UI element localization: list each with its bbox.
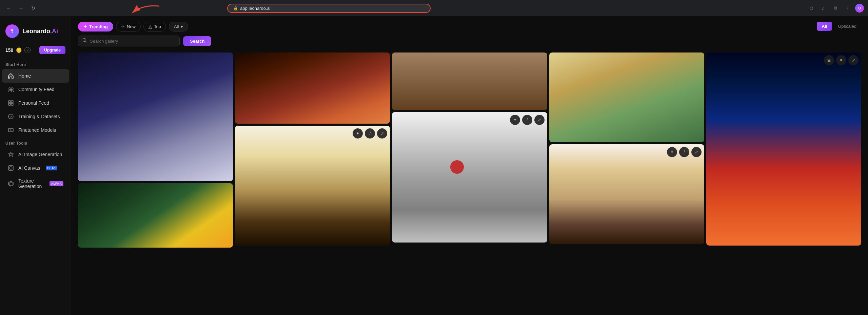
training-label: Training & Datasets <box>18 114 60 119</box>
personal-icon <box>7 100 14 106</box>
reload-button[interactable]: ↻ <box>28 3 38 13</box>
search-row: Search <box>78 36 861 46</box>
svg-point-12 <box>9 167 12 169</box>
trending-button[interactable]: ✦ Trending <box>78 22 113 31</box>
all-filter[interactable]: All ▾ <box>169 22 188 31</box>
svg-point-4 <box>11 88 13 90</box>
gallery-action-slash-3[interactable]: / <box>679 147 689 157</box>
gallery-action-slash[interactable]: / <box>365 128 375 139</box>
new-button[interactable]: ✧ New <box>116 22 141 31</box>
sidebar-item-home[interactable]: Home <box>2 69 69 83</box>
sidebar-item-finetuned[interactable]: Finetuned Models <box>2 123 69 137</box>
gallery-action-grid[interactable]: ⊞ <box>824 55 834 65</box>
gallery-item-6[interactable]: ✦ / ⤢ <box>392 112 547 243</box>
search-input[interactable] <box>90 39 175 44</box>
alpha-badge: ALPHA <box>50 181 63 186</box>
trending-icon: ✦ <box>83 24 87 29</box>
topbar-right: All Upscaled <box>817 22 861 31</box>
forward-button[interactable]: → <box>16 3 26 13</box>
search-button[interactable]: Search <box>183 36 211 46</box>
gallery-container: ✦ / ⤢ ✦ / <box>71 50 868 254</box>
sidebar-item-personal-feed[interactable]: Personal Feed <box>2 96 69 110</box>
sidebar-item-training[interactable]: Training & Datasets <box>2 110 69 123</box>
finetuned-label: Finetuned Models <box>18 127 56 133</box>
gallery-item-3[interactable] <box>235 52 390 124</box>
gallery-action-wand[interactable]: ✦ <box>353 128 363 139</box>
extensions-button[interactable]: ⧉ <box>831 3 840 13</box>
svg-rect-5 <box>8 101 11 103</box>
svg-rect-11 <box>8 166 13 170</box>
filter-row: ✦ Trending ✧ New △ Top All ▾ All Upsc <box>78 22 861 31</box>
sidebar: Leonardo.Ai 150 🪙 ? Upgrade Start Here H… <box>0 16 71 315</box>
gallery-action-wand-2[interactable]: ✦ <box>510 115 520 125</box>
svg-rect-8 <box>11 103 13 105</box>
gallery-action-slash-2[interactable]: / <box>522 115 532 125</box>
gallery-column-4: ⊞ ≡ ⤢ <box>706 52 861 248</box>
gallery-item-7[interactable] <box>549 52 704 142</box>
main-content: ✦ Trending ✧ New △ Top All ▾ All Upsc <box>71 16 868 315</box>
top-bar: ✦ Trending ✧ New △ Top All ▾ All Upsc <box>71 16 868 50</box>
ai-image-label: AI Image Generation <box>18 152 62 157</box>
logo-dot: .Ai <box>50 28 58 35</box>
upscaled-button[interactable]: Upscaled <box>833 22 861 31</box>
arrow-annotation <box>129 3 163 21</box>
gallery-action-wand-3[interactable]: ✦ <box>667 147 677 157</box>
sidebar-item-ai-canvas[interactable]: AI Canvas BETA <box>2 161 69 175</box>
gallery-item-8[interactable]: ✦ / ⤢ <box>549 144 704 244</box>
gallery-item-1[interactable] <box>78 52 233 181</box>
section-start-here: Start Here <box>0 58 71 69</box>
help-icon[interactable]: ? <box>24 47 31 53</box>
bookmark-button[interactable]: ☆ <box>818 3 828 13</box>
gallery-action-expand-2[interactable]: ⤢ <box>534 115 545 125</box>
new-icon: ✧ <box>121 24 125 29</box>
sidebar-item-texture[interactable]: Texture Generation ALPHA <box>2 175 69 192</box>
finetuned-icon <box>7 127 14 133</box>
gallery-item-4[interactable]: ✦ / ⤢ <box>235 126 390 246</box>
training-icon <box>7 113 14 120</box>
home-icon <box>7 72 14 79</box>
svg-point-3 <box>9 88 11 90</box>
sidebar-logo: Leonardo.Ai <box>0 22 71 43</box>
svg-point-2 <box>12 32 13 33</box>
gallery-action-fullscreen[interactable]: ⤢ <box>848 55 859 65</box>
svg-rect-6 <box>11 101 13 103</box>
all-active-button[interactable]: All <box>817 22 832 31</box>
gallery-action-lines[interactable]: ≡ <box>836 55 846 65</box>
top-icon: △ <box>149 24 152 29</box>
sidebar-item-community-feed[interactable]: Community Feed <box>2 83 69 96</box>
logo-avatar <box>5 24 19 38</box>
beta-badge: BETA <box>46 166 57 170</box>
search-input-wrapper[interactable] <box>78 36 180 46</box>
gallery-item-9[interactable]: ⊞ ≡ ⤢ <box>706 52 861 246</box>
gallery-item-5[interactable] <box>392 52 547 110</box>
address-bar[interactable]: 🔒 app.leonardo.ai <box>227 4 431 13</box>
token-count: 150 <box>5 47 13 53</box>
gallery-column-3: ✦ / ⤢ <box>549 52 704 248</box>
texture-label: Texture Generation <box>18 178 44 189</box>
menu-button[interactable]: ⋮ <box>843 3 852 13</box>
token-icon: 🪙 <box>16 47 22 53</box>
ai-canvas-label: AI Canvas <box>18 165 40 171</box>
back-button[interactable]: ← <box>4 3 14 13</box>
gallery-action-expand-3[interactable]: ⤢ <box>691 147 702 157</box>
home-label: Home <box>18 73 31 79</box>
logo-text: Leonardo.Ai <box>22 28 58 35</box>
svg-rect-7 <box>8 103 11 105</box>
app-container: Leonardo.Ai 150 🪙 ? Upgrade Start Here H… <box>0 16 868 315</box>
community-feed-label: Community Feed <box>18 87 55 92</box>
browser-actions: ⬡ ☆ ⧉ ⋮ U <box>806 3 864 13</box>
gallery-action-expand[interactable]: ⤢ <box>377 128 387 139</box>
top-button[interactable]: △ Top <box>143 22 166 31</box>
texture-icon <box>7 180 14 187</box>
gallery-item-2[interactable] <box>78 183 233 248</box>
chevron-down-icon: ▾ <box>181 24 183 29</box>
profile-avatar[interactable]: U <box>855 4 864 13</box>
sidebar-item-ai-image[interactable]: AI Image Generation <box>2 148 69 161</box>
svg-marker-14 <box>9 182 12 186</box>
ai-image-icon <box>7 151 14 158</box>
tokens-row: 150 🪙 ? Upgrade <box>0 43 71 58</box>
upgrade-button[interactable]: Upgrade <box>39 46 65 54</box>
cast-button[interactable]: ⬡ <box>806 3 816 13</box>
gallery-column-2: ✦ / ⤢ <box>392 52 547 248</box>
personal-feed-label: Personal Feed <box>18 100 49 106</box>
